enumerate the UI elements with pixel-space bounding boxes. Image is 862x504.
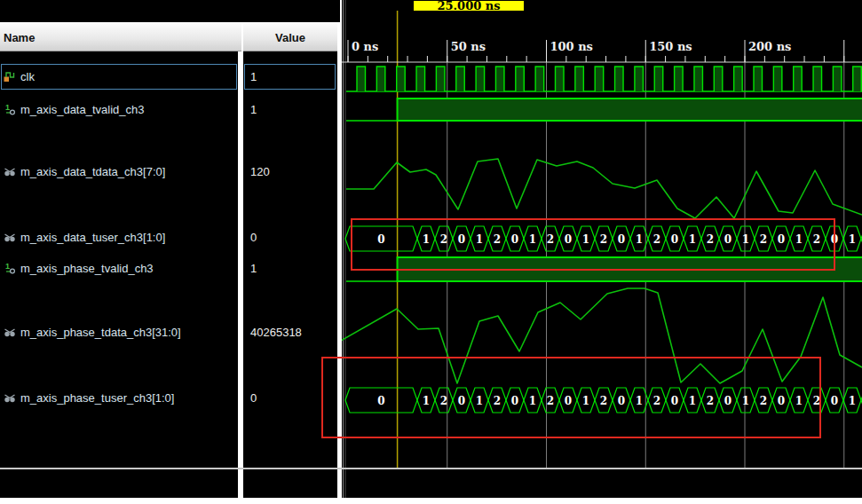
svg-text:1: 1 [5, 103, 10, 112]
signal-name-label: m_axis_data_tuser_ch3[1:0] [20, 231, 165, 244]
toolbar-strip [0, 0, 340, 22]
signal-row-m_axis_phase_tvalid_ch3[interactable]: 1m_axis_phase_tvalid_ch3 [4, 259, 236, 277]
bus-icon [4, 326, 16, 338]
annotation-box-1 [351, 218, 835, 271]
bit-icon: 1 [4, 103, 16, 115]
signal-name-label: m_axis_data_tdata_ch3[7:0] [20, 165, 165, 178]
signal-value-m_axis_data_tuser_ch3[1:0][interactable]: 0 [250, 228, 335, 246]
signal-row-m_axis_phase_tuser_ch3[1:0][interactable]: m_axis_phase_tuser_ch3[1:0] [4, 389, 236, 406]
signal-name-label: m_axis_phase_tuser_ch3[1:0] [20, 391, 174, 405]
bus-icon [4, 165, 16, 177]
signal-value-m_axis_phase_tvalid_ch3[interactable]: 1 [250, 259, 335, 277]
selected-row-value-cell [244, 64, 336, 90]
selected-row-name-cell [1, 64, 237, 90]
signal-row-m_axis_phase_tdata_ch3[31:0][interactable]: m_axis_phase_tdata_ch3[31:0] [4, 323, 236, 341]
name-header-label: Name [4, 31, 35, 44]
annotation-box-2 [321, 357, 821, 438]
signal-row-m_axis_data_tdata_ch3[7:0][interactable]: m_axis_data_tdata_ch3[7:0] [4, 162, 236, 180]
waveform-viewer-window: Name Value clk11m_axis_data_tvalid_ch31m… [0, 0, 862, 504]
signal-name-label: m_axis_phase_tdata_ch3[31:0] [20, 326, 181, 339]
signal-value-m_axis_data_tdata_ch3[7:0][interactable]: 120 [250, 162, 335, 180]
value-column-header[interactable]: Value [243, 24, 337, 51]
signal-name-label: m_axis_data_tvalid_ch3 [20, 103, 144, 116]
bottom-divider [0, 468, 862, 469]
bus-icon [4, 231, 16, 243]
signal-row-m_axis_data_tvalid_ch3[interactable]: 1m_axis_data_tvalid_ch3 [4, 100, 236, 118]
signal-row-m_axis_data_tuser_ch3[1:0][interactable]: m_axis_data_tuser_ch3[1:0] [4, 228, 236, 246]
signal-name-label: m_axis_phase_tvalid_ch3 [20, 262, 154, 275]
value-header-label: Value [275, 31, 305, 44]
signal-value-m_axis_data_tvalid_ch3[interactable]: 1 [250, 100, 335, 118]
bus-icon [4, 391, 16, 404]
svg-text:1: 1 [5, 262, 10, 271]
name-column-header[interactable]: Name [0, 24, 241, 51]
signal-value-m_axis_phase_tdata_ch3[31:0][interactable]: 40265318 [250, 323, 335, 341]
bit-icon: 1 [4, 262, 16, 274]
